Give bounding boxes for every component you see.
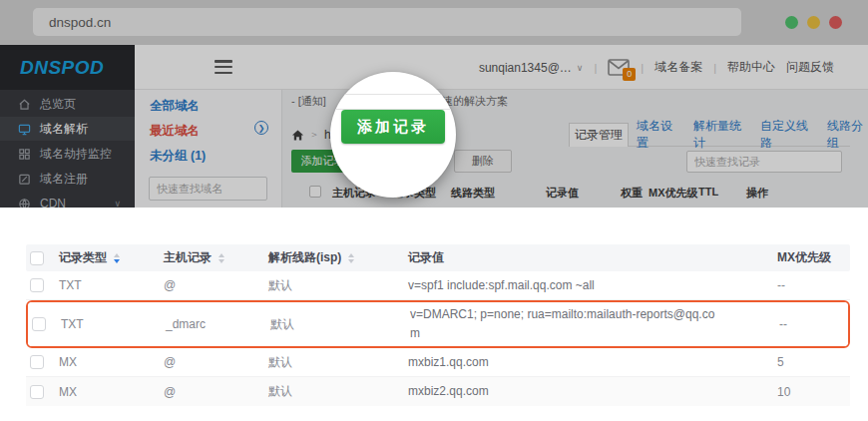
globe-icon	[18, 198, 31, 209]
tab-resolve-stats[interactable]: 解析量统计	[693, 118, 744, 152]
row-checkbox[interactable]	[32, 317, 46, 331]
home-icon[interactable]	[291, 129, 304, 142]
sidebar-item-cdn[interactable]: CDN ∨	[0, 192, 135, 208]
cell-host: _dmarc	[166, 317, 270, 331]
dns-records-table: 记录类型 主机记录 解析线路(isp) 记录值 MX优先级 TXT @ 默认 v…	[26, 244, 850, 406]
divider: |	[713, 62, 716, 74]
column-action: 操作	[746, 186, 768, 201]
domain-search-input[interactable]	[149, 177, 267, 201]
cell-type: MX	[59, 355, 164, 369]
tab-strip: 域名设置 解析量统计 自定义线路 线路分组	[637, 123, 868, 147]
column-weight: 权重	[621, 186, 643, 201]
cell-mx: --	[779, 317, 850, 331]
topbar-right: sunqian1345@… ∨ | 0 | 域名备案 | 帮助中心	[479, 45, 834, 90]
sort-icon[interactable]	[348, 253, 354, 263]
address-bar[interactable]: dnspod.cn	[33, 8, 741, 36]
table-row-mx1: MX @ 默认 mxbiz1.qq.com 5	[26, 348, 850, 377]
cell-value: mxbiz2.qq.com	[408, 382, 777, 401]
mail-button[interactable]: 0	[608, 59, 630, 77]
screenshot-stage: dnspod.cn DNSPOD sunqian1345@… ∨ |	[0, 0, 868, 421]
column-ttl: TTL	[698, 186, 718, 198]
header-record-type[interactable]: 记录类型	[59, 249, 107, 266]
row-checkbox[interactable]	[30, 385, 44, 399]
link-help-center[interactable]: 帮助中心	[727, 59, 775, 76]
notice-text-right: 速的解决方案	[442, 94, 508, 109]
tutorial-screenshot: dnspod.cn DNSPOD sunqian1345@… ∨ |	[0, 0, 868, 208]
divider: |	[594, 62, 597, 74]
column-value: 记录值	[546, 186, 579, 201]
cell-type: TXT	[61, 317, 166, 331]
table-row-mx2: MX @ 默认 mxbiz2.qq.com 10	[26, 377, 850, 406]
console-topbar: sunqian1345@… ∨ | 0 | 域名备案 | 帮助中心	[135, 45, 868, 90]
logo-block: DNSPOD	[0, 45, 135, 90]
column-mx: MX优先级	[649, 186, 698, 201]
row-checkbox[interactable]	[30, 355, 44, 369]
tab-line-groups[interactable]: 线路分组	[827, 118, 868, 152]
link-feedback[interactable]: 问题反馈	[786, 59, 834, 76]
sidebar-item-domain-register[interactable]: 域名注册	[0, 167, 135, 191]
row-checkbox[interactable]	[30, 278, 44, 292]
spotlight-circle: 添加记录	[330, 72, 456, 198]
browser-chrome: dnspod.cn	[0, 0, 868, 45]
sidebar: 总览页 域名解析 域名劫持监控	[0, 90, 135, 208]
notice-text-left: - [通知]	[291, 94, 326, 109]
divider: |	[641, 62, 644, 74]
cell-host: @	[164, 278, 268, 292]
cell-mx: 5	[777, 355, 850, 369]
window-dot-green-icon[interactable]	[785, 16, 798, 29]
cell-line: 默认	[268, 354, 408, 371]
cell-host: @	[164, 385, 268, 399]
sort-icon[interactable]	[218, 253, 224, 263]
home-icon	[18, 98, 31, 111]
tab-domain-settings[interactable]: 域名设置	[637, 118, 677, 152]
filter-recent-domains[interactable]: 最近域名	[150, 123, 200, 140]
sidebar-item-label: 域名注册	[40, 171, 88, 188]
header-value: 记录值	[408, 249, 444, 266]
cell-type: TXT	[59, 278, 164, 292]
magnified-notice-band	[330, 94, 456, 110]
cell-value: v=spf1 include:spf.mail.qq.com ~all	[408, 276, 777, 295]
tab-custom-lines[interactable]: 自定义线路	[760, 118, 811, 152]
monitor-grid-icon	[18, 148, 31, 161]
window-dot-red-icon[interactable]	[829, 16, 842, 29]
filter-ungrouped[interactable]: 未分组 (1)	[150, 148, 206, 165]
table-row-dmarc: TXT _dmarc 默认 v=DMARC1; p=none; rua=mail…	[28, 302, 848, 346]
cell-value: v=DMARC1; p=none; rua=mailto:mailauth-re…	[410, 305, 779, 342]
sort-icon[interactable]	[114, 253, 120, 263]
table-header-row: 记录类型 主机记录 解析线路(isp) 记录值 MX优先级	[26, 244, 850, 271]
header-host[interactable]: 主机记录	[164, 249, 212, 266]
header-line[interactable]: 解析线路(isp)	[268, 249, 341, 266]
add-record-button-highlighted[interactable]: 添加记录	[341, 110, 445, 144]
link-domain-filing[interactable]: 域名备案	[654, 59, 702, 76]
tab-record-management[interactable]: 记录管理	[569, 123, 629, 147]
cell-line: 默认	[268, 383, 408, 400]
expand-arrow-icon[interactable]: ❯	[254, 121, 268, 135]
hamburger-menu-icon[interactable]	[215, 60, 232, 74]
mail-badge: 0	[623, 68, 636, 81]
account-menu[interactable]: sunqian1345@… ∨	[479, 61, 584, 75]
table-row-spf: TXT @ 默认 v=spf1 include:spf.mail.qq.com …	[26, 271, 850, 300]
delete-button[interactable]: 删除	[454, 150, 512, 173]
highlighted-dmarc-row-outline: TXT _dmarc 默认 v=DMARC1; p=none; rua=mail…	[26, 300, 850, 348]
chevron-down-icon: ∨	[114, 199, 121, 208]
sidebar-item-hijack-monitor[interactable]: 域名劫持监控	[0, 142, 135, 166]
select-all-checkbox[interactable]	[30, 251, 44, 265]
column-line: 线路类型	[451, 186, 495, 201]
domain-list-panel: 全部域名 最近域名 ❯ 未分组 (1)	[135, 90, 282, 208]
sidebar-item-dns[interactable]: 域名解析	[0, 117, 135, 141]
cell-mx: 10	[777, 385, 850, 399]
record-search-input[interactable]	[686, 151, 842, 173]
cell-host: @	[164, 355, 268, 369]
sidebar-item-overview[interactable]: 总览页	[0, 92, 135, 116]
dns-resolve-icon	[18, 123, 31, 136]
cell-value: mxbiz1.qq.com	[408, 353, 777, 372]
chevron-down-icon: ∨	[577, 63, 584, 73]
cell-type: MX	[59, 385, 164, 399]
register-pencil-icon	[18, 173, 31, 186]
filter-all-domains[interactable]: 全部域名	[150, 98, 200, 115]
cell-line: 默认	[268, 277, 408, 294]
cell-line: 默认	[270, 316, 410, 333]
breadcrumb-separator: ＞	[309, 128, 319, 142]
window-dot-yellow-icon[interactable]	[807, 16, 820, 29]
select-all-checkbox[interactable]	[309, 186, 321, 198]
